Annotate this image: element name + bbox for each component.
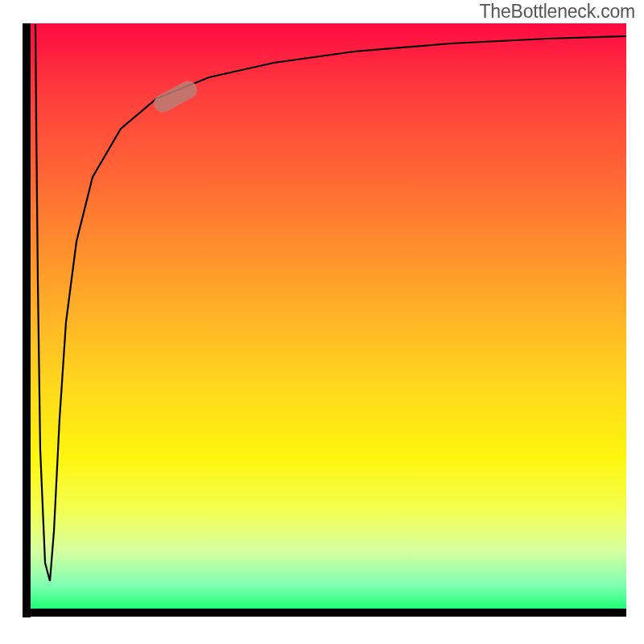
bottleneck-curve	[35, 24, 626, 581]
x-axis	[23, 609, 626, 617]
svg-rect-0	[151, 78, 200, 116]
attribution-label: TheBottleneck.com	[480, 0, 635, 23]
y-axis	[23, 23, 31, 617]
chart-container: TheBottleneck.com	[0, 0, 644, 644]
highlight-capsule	[151, 78, 200, 116]
curve-layer	[31, 23, 626, 609]
